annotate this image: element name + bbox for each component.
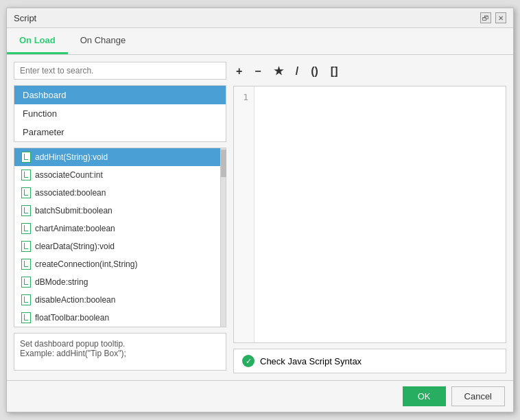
add-button[interactable]: + [233, 65, 245, 78]
category-list: Dashboard Function Parameter [14, 85, 226, 142]
ok-button[interactable]: OK [403, 386, 446, 406]
description-text: Set dashboard popup tooltip.Example: add… [20, 339, 126, 358]
code-area[interactable] [255, 86, 506, 342]
scrollbar-thumb[interactable] [221, 150, 226, 177]
function-item[interactable]: batchSubmit:boolean [14, 202, 226, 220]
function-icon [21, 312, 31, 323]
function-icon [21, 152, 31, 163]
function-name: disableAction:boolean [35, 295, 115, 305]
function-item[interactable]: clearData(String):void [14, 237, 226, 255]
function-icon [21, 205, 31, 216]
title-bar: Script 🗗 ✕ [7, 8, 513, 28]
check-icon: ✓ [242, 355, 255, 367]
tab-bar: On Load On Change [7, 28, 513, 55]
brackets-button[interactable]: [] [328, 65, 341, 78]
right-panel: + − ★ / () [] 1 ✓ Check Java Script Synt… [233, 62, 506, 373]
close-button[interactable]: ✕ [495, 12, 506, 23]
function-item[interactable]: createConnection(int,String) [14, 255, 226, 273]
footer: OK Cancel [7, 380, 513, 412]
function-name: associateCount:int [35, 170, 103, 180]
editor-toolbar: + − ★ / () [] [233, 62, 506, 80]
function-item[interactable]: associateCount:int [14, 166, 226, 184]
description-box: Set dashboard popup tooltip.Example: add… [14, 333, 226, 371]
parens-button[interactable]: () [308, 65, 321, 78]
dialog-title: Script [14, 13, 36, 23]
function-list: addHint(String):void associateCount:int … [14, 148, 226, 327]
tab-on-load[interactable]: On Load [7, 28, 68, 54]
category-function[interactable]: Function [14, 104, 226, 123]
function-name: createConnection(int,String) [35, 259, 137, 269]
function-dropdown: addHint(String):void associateCount:int … [14, 148, 226, 327]
function-item[interactable]: associated:boolean [14, 184, 226, 202]
function-icon [21, 277, 31, 288]
function-name: associated:boolean [35, 188, 106, 198]
function-item[interactable]: disableAction:boolean [14, 291, 226, 309]
remove-button[interactable]: − [252, 65, 263, 78]
cancel-button[interactable]: Cancel [451, 386, 505, 406]
function-item[interactable]: chartAnimate:boolean [14, 220, 226, 237]
search-input[interactable] [14, 62, 226, 80]
window-controls: 🗗 ✕ [480, 12, 506, 23]
tab-on-change[interactable]: On Change [68, 28, 139, 54]
function-icon [21, 259, 31, 270]
content-area: Dashboard Function Parameter addHint(Str… [7, 55, 513, 380]
function-item[interactable]: addHint(String):void [14, 148, 226, 166]
function-icon [21, 223, 31, 234]
function-name: dBMode:string [35, 277, 88, 287]
function-name: floatToolbar:boolean [35, 313, 109, 323]
function-item[interactable]: floatToolbar:boolean [14, 309, 226, 327]
check-syntax-label: Check Java Script Syntax [260, 356, 362, 366]
function-icon [21, 170, 31, 180]
function-icon [21, 241, 31, 252]
category-dashboard[interactable]: Dashboard [14, 86, 226, 104]
code-editor: 1 [233, 86, 506, 343]
slash-button[interactable]: / [293, 65, 301, 78]
line-numbers: 1 [234, 86, 255, 342]
scrollbar[interactable] [220, 148, 226, 327]
check-syntax-bar[interactable]: ✓ Check Java Script Syntax [233, 349, 506, 373]
function-name: batchSubmit:boolean [35, 206, 113, 215]
function-icon [21, 187, 31, 198]
function-icon [21, 294, 31, 305]
function-name: addHint(String):void [35, 152, 108, 162]
function-item[interactable]: dBMode:string [14, 273, 226, 291]
category-parameter[interactable]: Parameter [14, 123, 226, 141]
script-dialog: Script 🗗 ✕ On Load On Change Dashboard F… [6, 8, 514, 412]
left-panel: Dashboard Function Parameter addHint(Str… [14, 62, 226, 373]
function-name: clearData(String):void [35, 242, 115, 251]
line-number: 1 [239, 92, 248, 102]
restore-button[interactable]: 🗗 [480, 12, 491, 23]
function-name: chartAnimate:boolean [35, 224, 115, 233]
star-button[interactable]: ★ [271, 65, 286, 78]
